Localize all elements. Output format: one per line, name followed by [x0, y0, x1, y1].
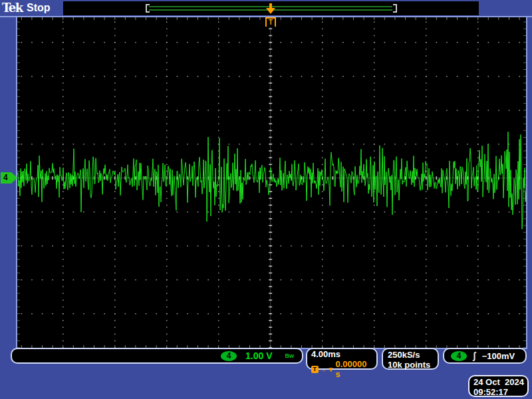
datetime-box: 24 Oct 2024 09:52:17 — [468, 375, 529, 397]
channel-4-marker[interactable]: 4 — [1, 172, 17, 184]
graticule — [16, 16, 527, 349]
acquisition-record-bar — [63, 1, 479, 15]
triangle-down-icon: ▼ — [328, 364, 334, 374]
channel-scale: 1.00 V — [245, 350, 272, 361]
record-right-bracket-icon — [393, 4, 397, 13]
trigger-position-arrow-icon[interactable] — [266, 3, 275, 14]
acquisition-readout[interactable]: 250kS/s 10k points — [382, 348, 439, 370]
horizontal-position: 0.00000 s — [335, 359, 372, 379]
horizontal-scale: 4.00ms — [311, 350, 372, 359]
date-label: 24 Oct 2024 — [473, 377, 523, 387]
arrow-right-icon: → — [320, 364, 327, 374]
trigger-position-marker[interactable]: T — [265, 17, 276, 27]
record-left-bracket-icon — [146, 4, 150, 13]
trigger-readout[interactable]: 4 ʃ −100mV — [443, 348, 527, 364]
trigger-slope-icon: ʃ — [473, 350, 476, 361]
trigger-t-icon: T — [311, 366, 319, 373]
trigger-source-badge: 4 — [451, 351, 467, 361]
bandwidth-indicator-icon: Bw — [285, 352, 295, 359]
time-label: 09:52:17 — [473, 387, 523, 397]
tek-logo: Tek — [2, 1, 23, 15]
channel-badge: 4 — [221, 351, 237, 361]
horizontal-readout[interactable]: 4.00ms T → ▼ 0.00000 s — [306, 348, 378, 370]
waveform-ch4 — [17, 17, 526, 348]
record-length: 10k points — [388, 360, 433, 370]
channel-readout[interactable]: 4 1.00 V Bw — [11, 348, 303, 364]
sample-rate: 250kS/s — [388, 350, 433, 360]
trigger-level: −100mV — [482, 351, 515, 361]
acquisition-status: Stop — [27, 2, 51, 14]
